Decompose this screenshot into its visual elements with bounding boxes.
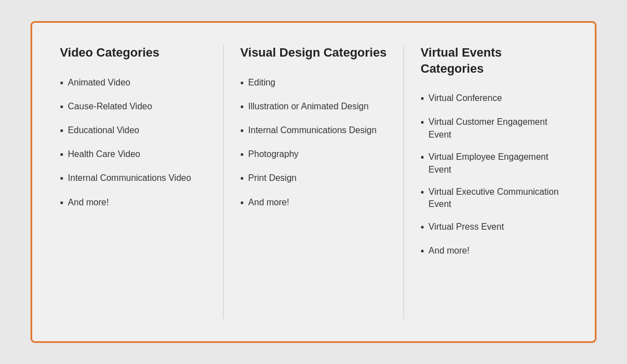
categories-card: Video CategoriesAnimated VideoCause-Rela… <box>31 21 596 343</box>
list-item-text: Virtual Executive Communication Event <box>428 186 567 211</box>
list-item: Educational Video <box>60 124 206 138</box>
list-item-text: Virtual Press Event <box>428 221 504 233</box>
column-divider <box>223 45 224 319</box>
list-item-text: Animated Video <box>68 77 130 89</box>
list-item-text: Virtual Customer Engagement Event <box>428 116 567 141</box>
list-item-text: And more! <box>428 245 469 257</box>
list-item-text: Editing <box>248 77 275 89</box>
list-item-text: Illustration or Animated Design <box>248 100 368 113</box>
list-item-text: Virtual Employee Engagement Event <box>428 151 567 176</box>
list-item-text: And more! <box>68 196 109 209</box>
column-title-virtual-events: Virtual Events Categories <box>421 45 567 77</box>
list-item: Virtual Press Event <box>421 221 567 235</box>
list-item-text: Cause-Related Video <box>68 100 152 113</box>
column-list-video: Animated VideoCause-Related VideoEducati… <box>60 77 206 210</box>
list-item-text: And more! <box>248 196 289 209</box>
column-video: Video CategoriesAnimated VideoCause-Rela… <box>60 45 218 319</box>
list-item: Editing <box>240 77 387 90</box>
list-item: Animated Video <box>60 77 206 90</box>
list-item: And more! <box>60 196 206 210</box>
list-item: Internal Communications Design <box>240 124 387 138</box>
list-item: Photography <box>240 148 387 162</box>
list-item: Illustration or Animated Design <box>240 100 387 114</box>
column-visual-design: Visual Design CategoriesEditingIllustrat… <box>229 45 398 319</box>
column-title-video: Video Categories <box>60 45 206 61</box>
list-item-text: Internal Communications Design <box>248 124 376 136</box>
list-item-text: Photography <box>248 148 299 160</box>
list-item: Virtual Conference <box>421 92 567 106</box>
list-item: Health Care Video <box>60 148 206 162</box>
list-item: Virtual Customer Engagement Event <box>421 116 567 141</box>
list-item: Virtual Employee Engagement Event <box>421 151 567 176</box>
column-virtual-events: Virtual Events CategoriesVirtual Confere… <box>409 45 567 319</box>
list-item-text: Educational Video <box>68 124 139 136</box>
list-item: Cause-Related Video <box>60 100 206 114</box>
list-item: Internal Communications Video <box>60 172 206 186</box>
list-item-text: Virtual Conference <box>428 92 502 104</box>
column-divider <box>403 45 404 319</box>
list-item-text: Health Care Video <box>68 148 140 160</box>
list-item-text: Internal Communications Video <box>68 172 191 184</box>
column-list-visual-design: EditingIllustration or Animated DesignIn… <box>240 77 387 210</box>
column-list-virtual-events: Virtual ConferenceVirtual Customer Engag… <box>421 92 567 259</box>
list-item: Virtual Executive Communication Event <box>421 186 567 211</box>
column-title-visual-design: Visual Design Categories <box>240 45 387 61</box>
list-item: And more! <box>421 245 567 259</box>
list-item: Print Design <box>240 172 387 186</box>
list-item-text: Print Design <box>248 172 296 184</box>
list-item: And more! <box>240 196 387 210</box>
